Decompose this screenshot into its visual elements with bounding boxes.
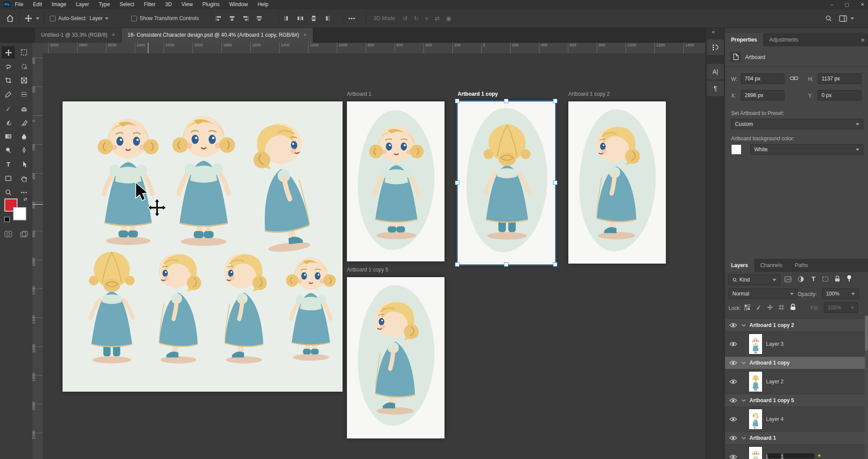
background-color-swatch[interactable] (13, 207, 26, 220)
blend-mode-dropdown[interactable]: Normal (728, 289, 798, 299)
layer-thumbnail[interactable] (749, 334, 763, 355)
artboard-1-copy[interactable] (458, 101, 555, 264)
selection-handle-n[interactable] (504, 99, 508, 103)
menu-file[interactable]: File (15, 1, 23, 7)
move-tool-option-icon[interactable] (24, 9, 39, 28)
properties-panel-menu-icon[interactable]: ≡ (861, 37, 865, 43)
brush-tool[interactable] (2, 102, 15, 115)
menu-layer[interactable]: Layer (76, 1, 89, 7)
lock-image-icon[interactable] (756, 304, 762, 310)
menu-image[interactable]: Image (52, 1, 66, 7)
canvas[interactable]: Artboard 1 Artboard 1 copy Artboard 1 co… (43, 53, 705, 459)
dodge-tool[interactable] (2, 144, 15, 156)
ruler-left[interactable]: 4002000200400600800100012001400160018002… (32, 53, 43, 459)
menu-select[interactable]: Select (119, 1, 134, 7)
menu-type[interactable]: Type (98, 1, 110, 7)
selection-handle-w[interactable] (455, 181, 459, 185)
blur-tool[interactable] (18, 130, 31, 143)
more-options-button[interactable]: ••• (348, 9, 356, 28)
link-dimensions-icon[interactable] (790, 75, 798, 83)
artboard-1-copy-2[interactable] (568, 101, 666, 264)
artboard-1-copy-5[interactable] (347, 277, 444, 438)
rectangle-tool[interactable] (2, 172, 15, 184)
filter-toggle-icon[interactable] (847, 275, 852, 282)
lock-transparency-icon[interactable] (744, 304, 750, 310)
show-transform-checkbox[interactable] (131, 16, 137, 21)
distribute-vertical-centers-icon[interactable] (311, 15, 317, 21)
menu-3d[interactable]: 3D (165, 1, 172, 7)
crop-tool[interactable] (2, 74, 15, 87)
auto-select-dropdown[interactable]: Layer (87, 14, 111, 22)
tab-close-icon[interactable]: × (112, 32, 115, 38)
chevron-down-icon[interactable] (742, 399, 746, 402)
lock-all-icon[interactable] (790, 303, 796, 310)
tab-paths[interactable]: Paths (788, 259, 814, 272)
minimize-button[interactable]: – (830, 2, 833, 7)
ruler-top[interactable]: 3000280026002400220020001800160014001200… (43, 43, 705, 54)
move-tool-chevron-icon[interactable] (36, 17, 39, 20)
expand-panels-icon[interactable]: « (712, 29, 715, 35)
filter-pixel-layers-icon[interactable] (784, 276, 791, 282)
artboard-label-1-copy-5[interactable]: Artboard 1 copy 5 (347, 267, 388, 273)
layer-row-artboard-1-copy-2[interactable]: Artboard 1 copy 2 (725, 319, 865, 332)
character-panel-icon[interactable]: A| (707, 64, 724, 80)
artboard-label-1-copy[interactable]: Artboard 1 copy (458, 91, 498, 97)
healing-brush-tool[interactable] (18, 88, 31, 101)
distribute-right-icon[interactable] (324, 15, 331, 21)
layer-filter-dropdown[interactable]: Kind (728, 275, 780, 285)
search-icon[interactable] (825, 9, 832, 28)
tab-untitled-1[interactable]: Untitled-1 @ 33.3% (RGB/8) × (35, 27, 122, 43)
distribute-left-icon[interactable] (284, 15, 290, 21)
menu-help[interactable]: Help (258, 1, 269, 7)
auto-select-checkbox[interactable] (50, 16, 56, 21)
hand-tool[interactable] (18, 172, 31, 184)
lock-position-icon[interactable] (767, 304, 773, 310)
visibility-eye-icon[interactable] (729, 341, 737, 347)
filter-adjustment-layers-icon[interactable] (798, 276, 804, 282)
layers-scrollbar[interactable] (865, 316, 868, 459)
layer-row-artboard-1[interactable]: Artboard 1 (725, 432, 865, 445)
layer-row-artboard-1-copy[interactable]: Artboard 1 copy (725, 357, 865, 369)
align-top-edges-icon[interactable] (256, 15, 262, 21)
history-brush-tool[interactable] (2, 116, 15, 129)
layer-row-layer-2[interactable]: Layer 2 (725, 369, 865, 394)
filter-smart-objects-icon[interactable] (834, 275, 840, 282)
align-horizontal-centers-icon[interactable] (229, 15, 235, 21)
selection-handle-ne[interactable] (553, 99, 557, 103)
type-tool[interactable]: T (2, 158, 15, 170)
ruler-corner[interactable] (32, 43, 43, 54)
align-right-edges-icon[interactable] (242, 15, 249, 21)
distribute-horizontal-centers-icon[interactable] (297, 15, 304, 21)
layers-scrollbar-thumb[interactable] (865, 316, 868, 351)
screen-mode-button[interactable] (20, 231, 28, 237)
preset-dropdown[interactable]: Custom (731, 119, 863, 129)
clone-stamp-tool[interactable] (18, 102, 31, 115)
chevron-down-icon[interactable] (742, 362, 746, 364)
brush-settings-panel-icon[interactable] (707, 39, 724, 55)
marquee-tool[interactable] (18, 46, 31, 59)
menu-edit[interactable]: Edit (33, 1, 42, 7)
visibility-eye-icon[interactable] (729, 398, 737, 403)
visibility-eye-icon[interactable] (729, 454, 737, 459)
menu-view[interactable]: View (182, 1, 193, 7)
height-input[interactable]: 1137 px (818, 73, 861, 84)
filter-type-layers-icon[interactable]: T (812, 275, 816, 282)
object-selection-tool[interactable] (18, 60, 31, 73)
pen-tool[interactable] (18, 144, 31, 156)
selection-handle-se[interactable] (553, 262, 557, 267)
layer-thumbnail[interactable] (749, 446, 763, 459)
artboard-1[interactable] (347, 101, 444, 261)
visibility-eye-icon[interactable] (729, 323, 737, 328)
selection-handle-s[interactable] (504, 262, 508, 267)
artboard-reference-sheet[interactable] (63, 101, 343, 392)
artboard-bg-dropdown[interactable]: White (750, 144, 863, 155)
menu-window[interactable]: Window (229, 1, 248, 7)
restore-button[interactable]: ▢ (844, 2, 849, 7)
visibility-eye-icon[interactable] (729, 435, 737, 441)
path-selection-tool[interactable] (18, 158, 31, 170)
chevron-down-icon[interactable] (742, 324, 746, 327)
chevron-down-icon[interactable] (742, 437, 746, 439)
layer-row-layer-4[interactable]: Layer 4 (725, 407, 865, 432)
close-button[interactable]: ✕ (861, 2, 864, 7)
tab-layers[interactable]: Layers (725, 259, 754, 272)
